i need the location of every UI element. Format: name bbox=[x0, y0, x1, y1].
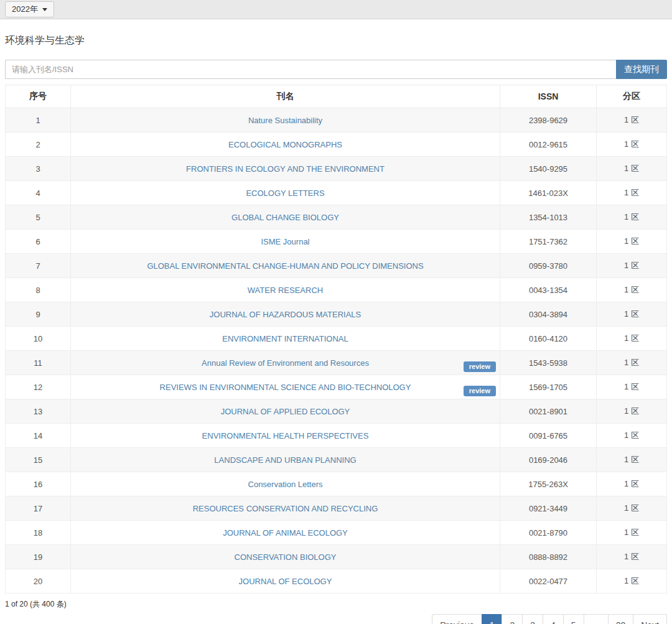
column-header-index: 序号 bbox=[6, 85, 71, 108]
journal-name-cell: RESOURCES CONSERVATION AND RECYCLING bbox=[71, 496, 500, 521]
pagination-page-20[interactable]: 20 bbox=[608, 614, 634, 624]
journal-link[interactable]: Conservation Letters bbox=[248, 480, 323, 489]
table-row: 2 ECOLOGICAL MONOGRAPHS 0012-9615 1 区 bbox=[6, 133, 667, 157]
journal-issn: 0160-4120 bbox=[500, 327, 597, 351]
journal-name-cell: JOURNAL OF APPLIED ECOLOGY bbox=[71, 399, 500, 424]
chevron-down-icon bbox=[42, 8, 47, 11]
journal-name-cell: CONSERVATION BIOLOGY bbox=[71, 545, 500, 569]
journal-zone: 1 区 bbox=[597, 399, 667, 424]
journal-link[interactable]: GLOBAL CHANGE BIOLOGY bbox=[231, 213, 339, 222]
journal-table: 序号 刊名 ISSN 分区 1 Nature Sustainability 23… bbox=[5, 85, 667, 594]
table-row: 12 REVIEWS IN ENVIRONMENTAL SCIENCE AND … bbox=[6, 375, 667, 399]
journal-issn: 0921-3449 bbox=[500, 496, 597, 521]
journal-zone: 1 区 bbox=[597, 327, 667, 351]
journal-link[interactable]: REVIEWS IN ENVIRONMENTAL SCIENCE AND BIO… bbox=[160, 383, 411, 392]
journal-zone: 1 区 bbox=[597, 302, 667, 327]
journal-link[interactable]: JOURNAL OF ANIMAL ECOLOGY bbox=[223, 528, 348, 538]
journal-issn: 1354-1013 bbox=[500, 205, 597, 230]
journal-issn: 0091-6765 bbox=[500, 424, 597, 448]
pagination-page-1[interactable]: 1 bbox=[482, 614, 503, 624]
table-row: 15 LANDSCAPE AND URBAN PLANNING 0169-204… bbox=[6, 448, 667, 472]
journal-name-cell: FRONTIERS IN ECOLOGY AND THE ENVIRONMENT bbox=[71, 157, 500, 181]
journal-zone: 1 区 bbox=[597, 448, 667, 472]
journal-issn: 0021-8901 bbox=[500, 399, 597, 424]
search-journal-button[interactable]: 查找期刊 bbox=[616, 60, 667, 79]
year-dropdown-button[interactable]: 2022年 bbox=[5, 1, 54, 17]
journal-zone: 1 区 bbox=[597, 157, 667, 181]
journal-name-cell: ISME Journal bbox=[71, 230, 500, 254]
journal-link[interactable]: ISME Journal bbox=[261, 237, 309, 246]
row-index: 6 bbox=[6, 230, 71, 254]
pagination-next-button[interactable]: Next bbox=[633, 614, 667, 624]
column-header-name: 刊名 bbox=[71, 85, 500, 108]
journal-name-cell: Annual Review of Environment and Resourc… bbox=[71, 351, 500, 375]
journal-link[interactable]: ENVIRONMENT INTERNATIONAL bbox=[222, 334, 348, 343]
table-row: 1 Nature Sustainability 2398-9629 1 区 bbox=[6, 108, 667, 133]
journal-issn: 0021-8790 bbox=[500, 521, 597, 545]
journal-link[interactable]: Nature Sustainability bbox=[248, 116, 322, 125]
journal-name-cell: JOURNAL OF ECOLOGY bbox=[71, 569, 500, 594]
pagination-previous-button[interactable]: Previous bbox=[432, 614, 482, 624]
journal-issn: 1543-5938 bbox=[500, 351, 597, 375]
pagination-page-3[interactable]: 3 bbox=[522, 614, 543, 624]
row-index: 14 bbox=[6, 424, 71, 448]
journal-link[interactable]: JOURNAL OF ECOLOGY bbox=[239, 577, 332, 586]
journal-name-cell: GLOBAL ENVIRONMENTAL CHANGE-HUMAN AND PO… bbox=[71, 254, 500, 278]
table-row: 13 JOURNAL OF APPLIED ECOLOGY 0021-8901 … bbox=[6, 399, 667, 424]
journal-zone: 1 区 bbox=[597, 254, 667, 278]
search-bar: 查找期刊 bbox=[5, 60, 667, 79]
journal-zone: 1 区 bbox=[597, 569, 667, 594]
journal-link[interactable]: FRONTIERS IN ECOLOGY AND THE ENVIRONMENT bbox=[186, 164, 385, 174]
row-index: 16 bbox=[6, 472, 71, 496]
journal-link[interactable]: CONSERVATION BIOLOGY bbox=[235, 552, 337, 562]
journal-link[interactable]: Annual Review of Environment and Resourc… bbox=[202, 358, 369, 368]
journal-zone: 1 区 bbox=[597, 278, 667, 302]
review-badge: review bbox=[464, 386, 496, 396]
journal-name-cell: ENVIRONMENT INTERNATIONAL bbox=[71, 327, 500, 351]
column-header-zone: 分区 bbox=[597, 85, 667, 108]
journal-zone: 1 区 bbox=[597, 108, 667, 133]
row-index: 7 bbox=[6, 254, 71, 278]
journal-issn: 0304-3894 bbox=[500, 302, 597, 327]
table-row: 4 ECOLOGY LETTERS 1461-023X 1 区 bbox=[6, 181, 667, 205]
row-index: 8 bbox=[6, 278, 71, 302]
row-index: 4 bbox=[6, 181, 71, 205]
journal-zone: 1 区 bbox=[597, 521, 667, 545]
journal-link[interactable]: RESOURCES CONSERVATION AND RECYCLING bbox=[193, 504, 378, 513]
journal-link[interactable]: JOURNAL OF HAZARDOUS MATERIALS bbox=[210, 310, 361, 319]
journal-name-cell: GLOBAL CHANGE BIOLOGY bbox=[71, 205, 500, 230]
journal-link[interactable]: ENVIRONMENTAL HEALTH PERSPECTIVES bbox=[202, 431, 369, 440]
row-index: 18 bbox=[6, 521, 71, 545]
table-row: 9 JOURNAL OF HAZARDOUS MATERIALS 0304-38… bbox=[6, 302, 667, 327]
journal-name-cell: Conservation Letters bbox=[71, 472, 500, 496]
journal-link[interactable]: JOURNAL OF APPLIED ECOLOGY bbox=[221, 407, 350, 416]
pagination-page-5[interactable]: 5 bbox=[563, 614, 584, 624]
journal-zone: 1 区 bbox=[597, 496, 667, 521]
table-row: 16 Conservation Letters 1755-263X 1 区 bbox=[6, 472, 667, 496]
row-index: 1 bbox=[6, 108, 71, 133]
journal-link[interactable]: GLOBAL ENVIRONMENTAL CHANGE-HUMAN AND PO… bbox=[147, 261, 423, 271]
journal-link[interactable]: ECOLOGY LETTERS bbox=[246, 189, 324, 198]
row-index: 9 bbox=[6, 302, 71, 327]
row-index: 5 bbox=[6, 205, 71, 230]
journal-issn: 0043-1354 bbox=[500, 278, 597, 302]
journal-name-cell: Nature Sustainability bbox=[71, 108, 500, 133]
table-row: 10 ENVIRONMENT INTERNATIONAL 0160-4120 1… bbox=[6, 327, 667, 351]
journal-zone: 1 区 bbox=[597, 472, 667, 496]
journal-link[interactable]: ECOLOGICAL MONOGRAPHS bbox=[228, 140, 342, 149]
journal-zone: 1 区 bbox=[597, 133, 667, 157]
journal-link[interactable]: LANDSCAPE AND URBAN PLANNING bbox=[214, 455, 356, 465]
journal-issn: 0012-9615 bbox=[500, 133, 597, 157]
year-dropdown-label: 2022年 bbox=[12, 4, 38, 15]
pagination: Previous 12345…20Next bbox=[5, 614, 667, 624]
main-content: 环境科学与生态学 查找期刊 序号 刊名 ISSN 分区 1 Nature Sus… bbox=[0, 34, 672, 624]
pagination-page-4[interactable]: 4 bbox=[543, 614, 564, 624]
row-index: 17 bbox=[6, 496, 71, 521]
table-row: 17 RESOURCES CONSERVATION AND RECYCLING … bbox=[6, 496, 667, 521]
pagination-page-2[interactable]: 2 bbox=[502, 614, 523, 624]
table-row: 8 WATER RESEARCH 0043-1354 1 区 bbox=[6, 278, 667, 302]
search-input[interactable] bbox=[5, 60, 616, 79]
page-title: 环境科学与生态学 bbox=[5, 34, 667, 47]
journal-zone: 1 区 bbox=[597, 375, 667, 399]
journal-link[interactable]: WATER RESEARCH bbox=[248, 286, 323, 295]
